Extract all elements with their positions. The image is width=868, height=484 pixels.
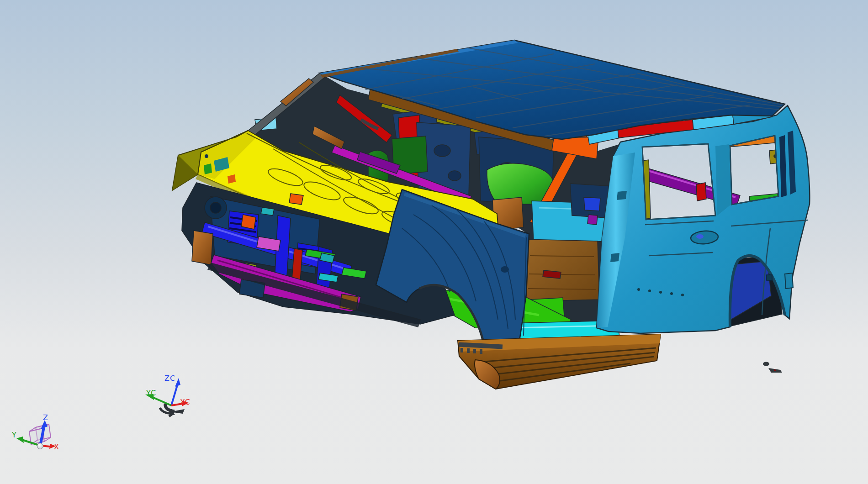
- wcs-z-label: ZC: [164, 374, 175, 383]
- purple-sliver: [587, 215, 598, 225]
- view-y-label: Y: [11, 431, 17, 439]
- floor-red-marks: [543, 270, 561, 279]
- bumper-end-brown: [192, 231, 213, 265]
- rear-bracket: [785, 273, 793, 289]
- rocker-running-board[interactable]: [458, 334, 661, 389]
- floating-parts[interactable]: [763, 362, 782, 373]
- view-x-label: X: [54, 442, 59, 451]
- view-orientation-triad[interactable]: Z Y X: [11, 413, 59, 451]
- cad-viewport[interactable]: ZC YC XC Z Y X: [0, 0, 868, 484]
- blue-bracket: [584, 197, 600, 211]
- rear-floor-brown: [524, 239, 599, 301]
- view-z-label: Z: [43, 413, 48, 422]
- wcs-x-label: XC: [180, 398, 191, 406]
- sensor-square: [767, 275, 772, 280]
- car-biw-model[interactable]: ZC YC XC Z Y X: [0, 0, 868, 484]
- wcs-triad[interactable]: ZC YC XC: [145, 374, 191, 416]
- wcs-y-label: YC: [146, 389, 156, 397]
